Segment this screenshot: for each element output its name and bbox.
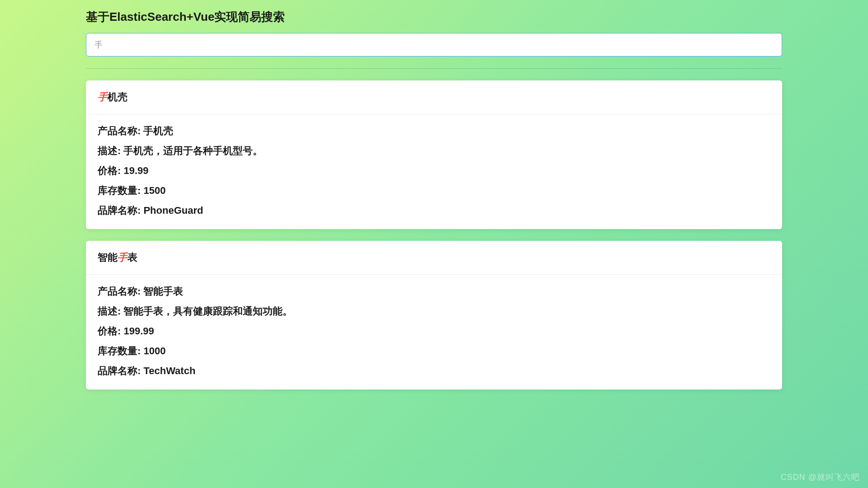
- stock-row: 库存数量: 1000: [98, 344, 770, 358]
- title-pre: 智能: [98, 252, 118, 263]
- product-name-row: 产品名称: 智能手表: [98, 285, 770, 298]
- title-post: 机壳: [108, 91, 127, 103]
- result-title: 手机壳: [86, 80, 782, 114]
- result-body: 产品名称: 智能手表描述: 智能手表，具有健康跟踪和通知功能。价格: 199.9…: [86, 275, 782, 389]
- stock-row: 库存数量: 1500: [98, 184, 770, 197]
- result-card: 智能手表产品名称: 智能手表描述: 智能手表，具有健康跟踪和通知功能。价格: 1…: [86, 241, 782, 389]
- title-post: 表: [127, 252, 137, 263]
- brand-row: 品牌名称: TechWatch: [98, 364, 770, 378]
- description-row: 描述: 智能手表，具有健康跟踪和通知功能。: [98, 305, 770, 318]
- page-title: 基于ElasticSearch+Vue实现简易搜索: [86, 9, 782, 25]
- description-row: 描述: 手机壳，适用于各种手机型号。: [98, 144, 770, 158]
- brand-row: 品牌名称: PhoneGuard: [98, 204, 770, 217]
- result-card: 手机壳产品名称: 手机壳描述: 手机壳，适用于各种手机型号。价格: 19.99库…: [86, 80, 782, 229]
- watermark: CSDN @就叫飞六吧: [781, 472, 860, 483]
- product-name-row: 产品名称: 手机壳: [98, 124, 770, 138]
- divider: [86, 68, 782, 69]
- result-body: 产品名称: 手机壳描述: 手机壳，适用于各种手机型号。价格: 19.99库存数量…: [86, 114, 782, 229]
- result-title: 智能手表: [86, 241, 782, 275]
- title-highlight: 手: [98, 91, 108, 103]
- title-highlight: 手: [118, 252, 127, 263]
- price-row: 价格: 199.99: [98, 324, 770, 338]
- price-row: 价格: 19.99: [98, 164, 770, 178]
- search-input[interactable]: [86, 33, 782, 56]
